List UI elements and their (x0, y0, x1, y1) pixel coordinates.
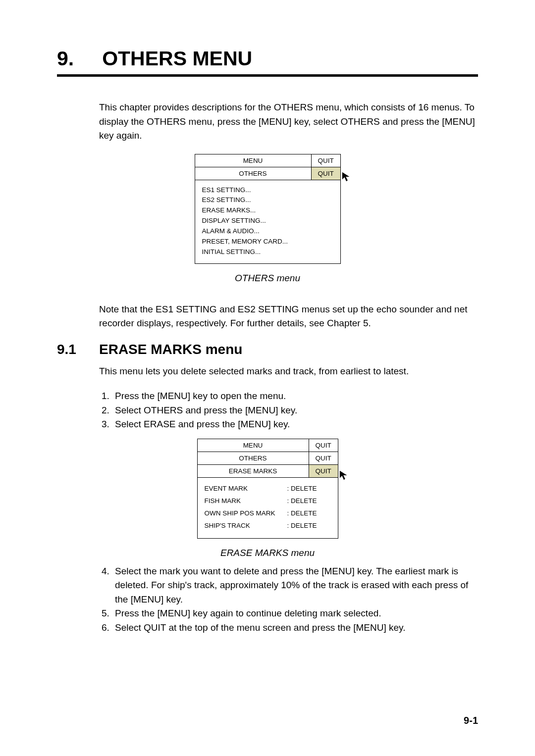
menu-item-row: OWN SHIP POS MARK : DELETE (205, 507, 331, 520)
menu-item-label: FISH MARK (205, 495, 241, 507)
erase-marks-menu-figure: MENU QUIT OTHERS QUIT ERASE MARKS QUIT E… (57, 439, 478, 539)
menu-item-value: : DELETE (287, 520, 330, 532)
menu-item: DISPLAY SETTING... (202, 216, 333, 226)
menu-items-list: ES1 SETTING... ES2 SETTING... ERASE MARK… (195, 180, 340, 263)
menu-item: ES2 SETTING... (202, 195, 333, 205)
menu-item: ERASE MARKS... (202, 205, 333, 216)
note-paragraph: Note that the ES1 SETTING and ES2 SETTIN… (99, 302, 478, 331)
menu-header-row-3: ERASE MARKS QUIT (198, 465, 338, 478)
step-item: Press the [MENU] key again to continue d… (112, 606, 478, 621)
chapter-number: 9. (57, 47, 74, 70)
title-rule (57, 74, 478, 77)
menu-header-left: OTHERS (195, 167, 312, 180)
step-item: Press the [MENU] key to open the menu. (112, 389, 478, 403)
menu-header-left: ERASE MARKS (198, 465, 309, 477)
menu-header-row-1: MENU QUIT (198, 439, 338, 452)
menu-header-right: QUIT (309, 439, 338, 452)
menu-item-row: SHIP'S TRACK : DELETE (205, 520, 331, 532)
steps-list-1: Press the [MENU] key to open the menu. S… (99, 389, 478, 432)
menu-item: ES1 SETTING... (202, 185, 333, 196)
menu-item: INITIAL SETTING... (202, 247, 333, 257)
menu-item-row: EVENT MARK : DELETE (205, 483, 331, 495)
menu-item-label: OWN SHIP POS MARK (205, 507, 275, 520)
menu-item: PRESET, MEMORY CARD... (202, 237, 333, 247)
others-menu-figure: MENU QUIT OTHERS QUIT ES1 SETTING... ES2… (57, 154, 478, 264)
menu-header-left: MENU (198, 439, 309, 452)
section-number: 9.1 (57, 342, 99, 357)
intro-paragraph: This chapter provides descriptions for t… (99, 101, 478, 143)
menu-header-left: MENU (195, 154, 312, 167)
step-item: Select OTHERS and press the [MENU] key. (112, 403, 478, 418)
menu-header-row-2: OTHERS QUIT (195, 167, 340, 180)
figure-caption: ERASE MARKS menu (57, 548, 478, 558)
menu-item-value: : DELETE (287, 507, 330, 520)
step-item: Select ERASE and press the [MENU] key. (112, 417, 478, 432)
chapter-name: OTHERS MENU (102, 47, 252, 70)
cursor-icon (341, 171, 352, 182)
menu-item-label: EVENT MARK (205, 483, 248, 495)
others-menu-box: MENU QUIT OTHERS QUIT ES1 SETTING... ES2… (195, 154, 341, 264)
menu-header-row-2: OTHERS QUIT (198, 452, 338, 465)
erase-marks-menu-box: MENU QUIT OTHERS QUIT ERASE MARKS QUIT E… (197, 439, 338, 539)
page-number: 9-1 (464, 715, 478, 726)
step-item: Select the mark you want to delete and p… (112, 564, 478, 607)
menu-header-right-highlighted: QUIT (309, 465, 338, 477)
menu-header-left: OTHERS (198, 452, 309, 464)
menu-item-value: : DELETE (287, 483, 330, 495)
cursor-icon (339, 470, 350, 481)
section-intro-paragraph: This menu lets you delete selected marks… (99, 364, 478, 379)
figure-caption: OTHERS menu (57, 273, 478, 284)
chapter-title: 9. OTHERS MENU (57, 47, 478, 70)
menu-item: ALARM & AUDIO... (202, 226, 333, 237)
menu-header-right-highlighted: QUIT (312, 167, 340, 180)
menu-item-label: SHIP'S TRACK (205, 520, 250, 532)
menu-item-row: FISH MARK : DELETE (205, 495, 331, 507)
menu-items-list: EVENT MARK : DELETE FISH MARK : DELETE O… (198, 478, 338, 538)
steps-list-2: Select the mark you want to delete and p… (99, 564, 478, 635)
section-title: ERASE MARKS menu (99, 342, 242, 357)
menu-header-right: QUIT (309, 452, 338, 464)
section-heading: 9.1 ERASE MARKS menu (57, 342, 478, 357)
step-item: Select QUIT at the top of the menu scree… (112, 621, 478, 635)
menu-header-right: QUIT (312, 154, 340, 167)
menu-header-row-1: MENU QUIT (195, 154, 340, 167)
menu-item-value: : DELETE (287, 495, 330, 507)
